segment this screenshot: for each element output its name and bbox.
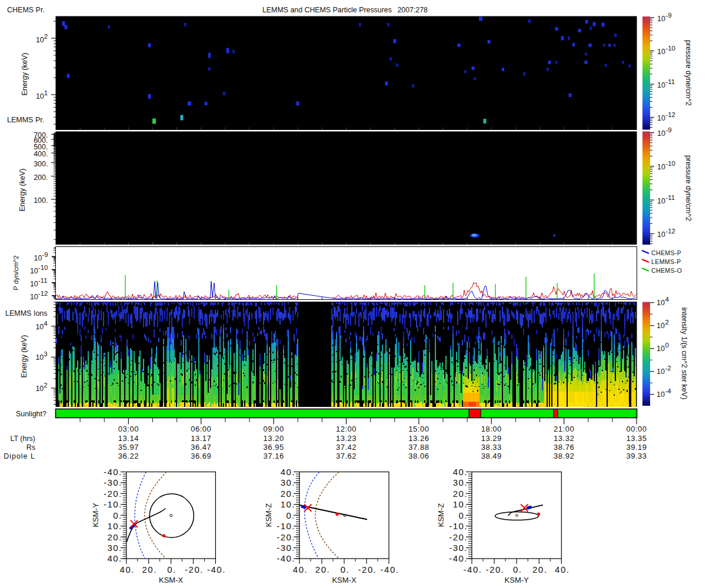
svg-text:10: 10 bbox=[657, 81, 665, 89]
svg-text:0.: 0. bbox=[458, 510, 468, 520]
svg-text:09:00: 09:00 bbox=[264, 425, 284, 433]
svg-text:12:00: 12:00 bbox=[336, 425, 357, 433]
svg-text:-40.: -40. bbox=[449, 553, 468, 563]
svg-text:-20.: -20. bbox=[104, 489, 122, 499]
svg-text:30.: 30. bbox=[107, 543, 122, 553]
svg-text:10: 10 bbox=[36, 36, 44, 44]
svg-text:10.: 10. bbox=[107, 521, 122, 531]
svg-text:Energy (keV): Energy (keV) bbox=[20, 335, 28, 378]
svg-text:-9: -9 bbox=[42, 251, 48, 258]
svg-text:10: 10 bbox=[657, 390, 665, 399]
svg-text:37.42: 37.42 bbox=[336, 443, 357, 452]
svg-text:LEMMS Pr.: LEMMS Pr. bbox=[7, 116, 44, 124]
svg-text:0.: 0. bbox=[286, 510, 295, 520]
svg-text:KSM-Z: KSM-Z bbox=[437, 503, 445, 527]
svg-text:37.88: 37.88 bbox=[408, 443, 429, 452]
svg-text:-10: -10 bbox=[665, 160, 675, 167]
svg-text:400.: 400. bbox=[34, 150, 48, 158]
svg-text:38.76: 38.76 bbox=[554, 443, 574, 452]
svg-text:-20.: -20. bbox=[358, 564, 377, 574]
svg-text:LEMMS Ions: LEMMS Ions bbox=[5, 309, 48, 318]
svg-text:10: 10 bbox=[30, 293, 38, 301]
svg-text:2: 2 bbox=[44, 382, 47, 389]
svg-text:10: 10 bbox=[657, 114, 665, 122]
svg-text:21:00: 21:00 bbox=[554, 425, 574, 433]
svg-text:100.: 100. bbox=[34, 196, 48, 205]
svg-text:10: 10 bbox=[657, 163, 665, 171]
svg-text:-12: -12 bbox=[38, 290, 48, 297]
svg-text:10: 10 bbox=[657, 368, 665, 376]
svg-text:KSM-Y: KSM-Y bbox=[91, 503, 100, 527]
svg-text:0: 0 bbox=[665, 342, 668, 349]
svg-text:10: 10 bbox=[35, 353, 44, 362]
svg-text:pressure dyne/cm^2: pressure dyne/cm^2 bbox=[684, 155, 692, 221]
svg-text:37.16: 37.16 bbox=[264, 452, 284, 460]
svg-text:36.95: 36.95 bbox=[264, 443, 284, 452]
svg-text:39.19: 39.19 bbox=[626, 443, 647, 452]
svg-text:Energy (keV): Energy (keV) bbox=[18, 169, 26, 212]
svg-text:Dipole L: Dipole L bbox=[4, 452, 35, 460]
svg-text:-10.: -10. bbox=[449, 521, 468, 531]
svg-text:20.: 20. bbox=[532, 564, 547, 574]
svg-text:0.: 0. bbox=[341, 564, 350, 574]
svg-text:-9: -9 bbox=[665, 126, 671, 133]
svg-text:36.69: 36.69 bbox=[191, 452, 211, 460]
svg-text:10: 10 bbox=[35, 323, 44, 331]
svg-text:-9: -9 bbox=[665, 12, 671, 19]
svg-text:39.33: 39.33 bbox=[626, 452, 647, 460]
svg-text:-40.: -40. bbox=[207, 564, 226, 574]
svg-text:-30.: -30. bbox=[277, 543, 295, 553]
svg-text:CHEMS-P: CHEMS-P bbox=[651, 249, 681, 256]
svg-text:-10.: -10. bbox=[277, 521, 295, 531]
svg-text:00:00: 00:00 bbox=[626, 425, 647, 433]
svg-text:-10: -10 bbox=[665, 45, 675, 52]
svg-text:KSM-Y: KSM-Y bbox=[505, 576, 530, 584]
svg-text:18:00: 18:00 bbox=[481, 425, 502, 433]
svg-text:40.: 40. bbox=[453, 467, 468, 477]
svg-text:200.: 200. bbox=[34, 173, 48, 182]
svg-text:-2: -2 bbox=[665, 365, 671, 372]
svg-text:10: 10 bbox=[657, 322, 665, 330]
svg-text:10: 10 bbox=[657, 230, 665, 239]
svg-text:15:00: 15:00 bbox=[408, 425, 429, 433]
svg-text:-10.: -10. bbox=[104, 499, 122, 509]
svg-text:-20.: -20. bbox=[486, 564, 505, 574]
svg-text:10: 10 bbox=[657, 129, 665, 138]
svg-text:30.: 30. bbox=[281, 477, 295, 487]
svg-text:intensity 1/(s cm^2 ster keV): intensity 1/(s cm^2 ster keV) bbox=[680, 308, 688, 400]
svg-text:CHEMS-O: CHEMS-O bbox=[651, 267, 682, 274]
svg-text:13.14: 13.14 bbox=[118, 434, 139, 443]
svg-text:3: 3 bbox=[44, 350, 47, 358]
svg-text:-11: -11 bbox=[665, 78, 675, 85]
svg-text:13.29: 13.29 bbox=[481, 434, 502, 443]
svg-text:4: 4 bbox=[665, 296, 669, 303]
svg-text:P dyn/cm^2: P dyn/cm^2 bbox=[12, 255, 19, 290]
svg-text:KSM-Z: KSM-Z bbox=[264, 503, 273, 527]
svg-text:13.26: 13.26 bbox=[408, 434, 429, 443]
svg-text:Sunlight?: Sunlight? bbox=[16, 410, 46, 418]
svg-text:10: 10 bbox=[657, 15, 665, 23]
svg-text:40.: 40. bbox=[293, 564, 308, 574]
svg-text:10: 10 bbox=[657, 345, 665, 353]
svg-text:20.: 20. bbox=[281, 489, 295, 499]
svg-text:20.: 20. bbox=[107, 532, 122, 542]
svg-text:13.35: 13.35 bbox=[626, 434, 647, 443]
svg-text:Energy (keV): Energy (keV) bbox=[21, 53, 29, 96]
svg-text:1: 1 bbox=[44, 89, 48, 96]
svg-text:-10: -10 bbox=[38, 264, 48, 271]
svg-text:-40.: -40. bbox=[277, 553, 295, 563]
svg-text:CHEMS Pr.: CHEMS Pr. bbox=[7, 6, 45, 14]
svg-text:20.: 20. bbox=[315, 564, 330, 574]
svg-text:40.: 40. bbox=[120, 564, 135, 574]
svg-text:13.17: 13.17 bbox=[191, 434, 211, 443]
svg-text:36.47: 36.47 bbox=[191, 443, 211, 452]
svg-text:13.20: 13.20 bbox=[264, 434, 284, 443]
svg-text:40.: 40. bbox=[107, 553, 122, 563]
svg-text:LEMMS-P: LEMMS-P bbox=[651, 258, 681, 265]
svg-text:-30.: -30. bbox=[104, 477, 122, 487]
svg-text:Rs: Rs bbox=[26, 443, 35, 452]
svg-text:38.33: 38.33 bbox=[481, 443, 502, 452]
svg-text:-20.: -20. bbox=[449, 532, 468, 542]
svg-text:0.: 0. bbox=[167, 564, 176, 574]
svg-text:10: 10 bbox=[657, 197, 665, 205]
